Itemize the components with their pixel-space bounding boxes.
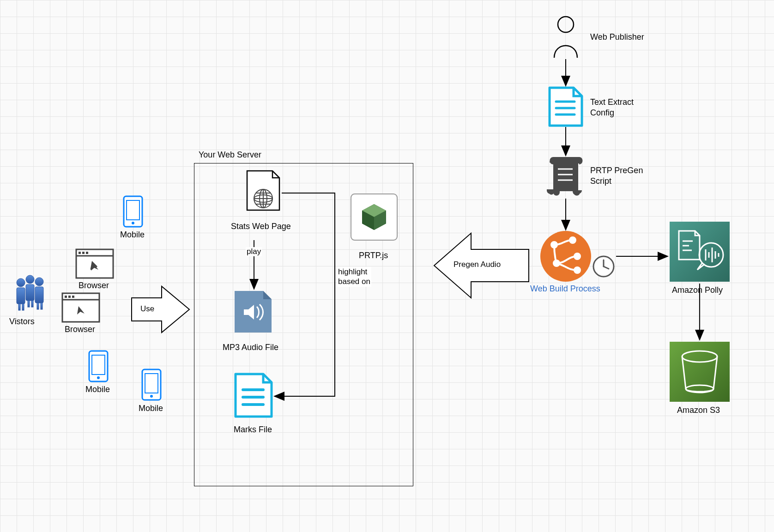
use-arrow-label: Use: [139, 304, 155, 314]
browser-label: Browser: [65, 325, 95, 334]
prtp-pregen-script-label: PRTP PreGen Script: [590, 165, 643, 186]
text-extract-config-label: Text Extract Config: [590, 97, 634, 118]
mobile-label: Mobile: [139, 404, 163, 413]
mobile-label: Mobile: [120, 230, 145, 240]
prtpjs-label: PRTP.js: [359, 251, 388, 260]
web-publisher-label: Web Publisher: [590, 32, 644, 42]
amazon-s3-label: Amazon S3: [677, 405, 720, 415]
pregen-audio-arrow-label: Pregen Audio: [453, 260, 502, 269]
browser-label: Browser: [79, 281, 109, 290]
marks-file-label: Marks File: [234, 425, 272, 435]
web-build-process-label: Web Build Process: [530, 284, 600, 294]
stats-web-page-label: Stats Web Page: [231, 222, 291, 231]
visitors-label: Vistors: [9, 317, 35, 326]
highlight-edge-label: highlight based on: [337, 267, 371, 287]
amazon-polly-label: Amazon Polly: [672, 285, 723, 295]
play-edge-label: play: [246, 247, 262, 256]
web-server-container: [194, 163, 413, 486]
mp3-audio-file-label: MP3 Audio File: [223, 343, 278, 352]
mobile-label: Mobile: [85, 385, 110, 394]
container-title: Your Web Server: [199, 150, 261, 160]
